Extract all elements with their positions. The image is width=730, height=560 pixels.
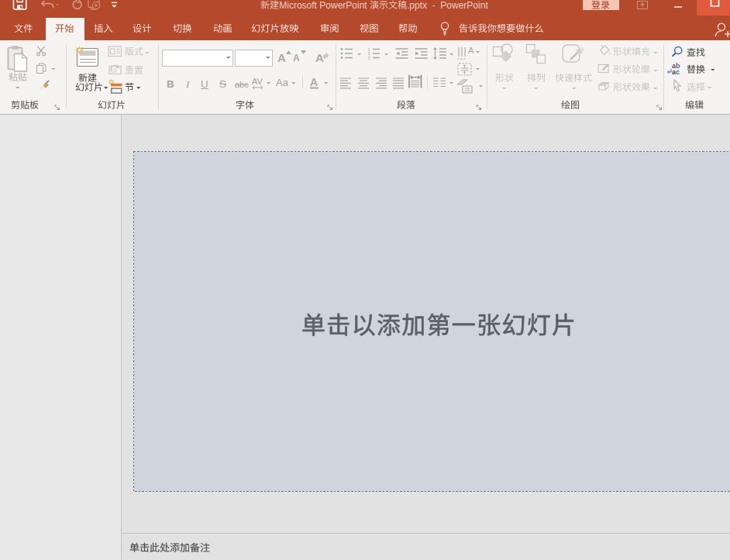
svg-text:3: 3: [368, 56, 370, 60]
svg-text:A: A: [468, 46, 474, 55]
